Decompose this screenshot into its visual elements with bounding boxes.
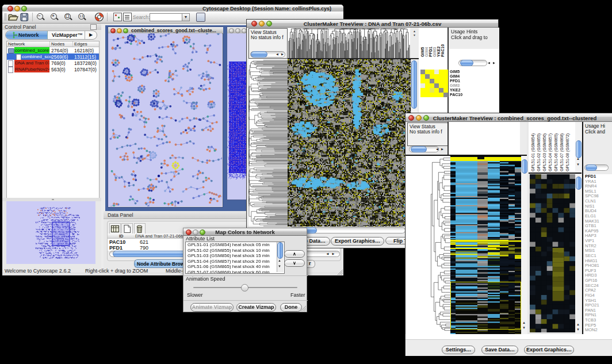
svg-text:YKE2: YKE2 xyxy=(437,47,441,57)
svg-text:GPL51-07 (GSM868): GPL51-07 (GSM868) xyxy=(560,133,564,171)
svg-text:GPL51-02 (GSM855): GPL51-02 (GSM855) xyxy=(537,133,541,171)
svg-text:GPL51-06 (GSM865): GPL51-06 (GSM865) xyxy=(554,133,559,171)
svg-text:GPL51-04 (GSM857): GPL51-04 (GSM857) xyxy=(548,133,553,171)
svg-text:GIM5: GIM5 xyxy=(420,47,424,57)
svg-text:GIM3: GIM3 xyxy=(433,47,437,57)
svg-text:PAC10: PAC10 xyxy=(441,44,445,57)
svg-text:GPL51-08 (GSM872): GPL51-08 (GSM872) xyxy=(565,133,570,171)
svg-text:GPL51-03 (GSM856): GPL51-03 (GSM856) xyxy=(542,133,547,171)
svg-text:PFD1: PFD1 xyxy=(429,47,433,57)
svg-text:GIM4: GIM4 xyxy=(424,47,429,57)
svg-text:GPL51-01 (GSM854): GPL51-01 (GSM854) xyxy=(531,133,536,171)
